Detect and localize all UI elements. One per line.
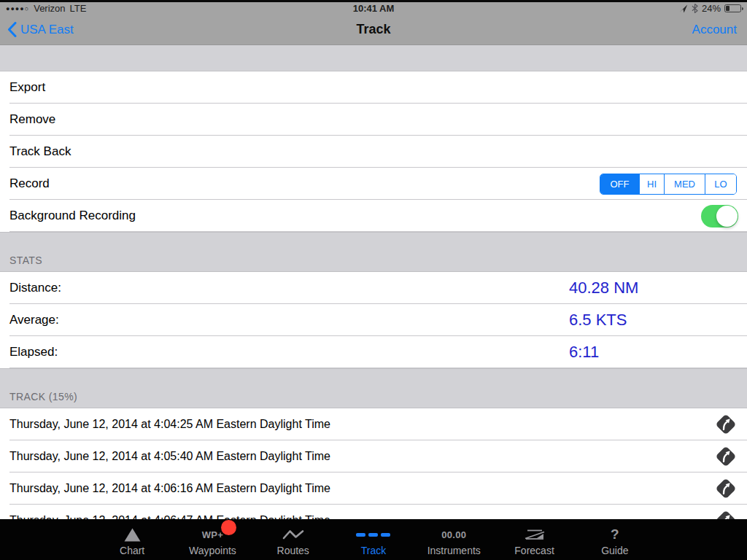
page-title: Track	[0, 22, 747, 37]
track-dashes-icon	[356, 525, 390, 544]
record-segmented-control: OFF HI MED LO	[600, 174, 737, 195]
tab-forecast-label: Forecast	[514, 545, 554, 556]
track-segment-icon[interactable]	[715, 446, 737, 467]
remove-label: Remove	[9, 112, 55, 127]
battery-icon	[724, 4, 741, 12]
tab-routes[interactable]: Routes	[253, 519, 333, 560]
tab-instruments-label: Instruments	[427, 545, 481, 556]
location-arrow-icon	[679, 4, 688, 13]
track-section-header: TRACK (15%)	[0, 368, 747, 408]
question-mark-icon: ?	[611, 525, 619, 544]
toggle-knob	[716, 206, 738, 227]
status-bar: ●●●●○ Verizon LTE 10:41 AM 24%	[0, 2, 747, 15]
status-right: 24%	[679, 3, 741, 14]
distance-label: Distance:	[9, 281, 61, 295]
bluetooth-icon	[692, 4, 698, 13]
track-back-row[interactable]: Track Back	[0, 136, 747, 168]
track-entry-label: Thursday, June 12, 2014 at 4:05:40 AM Ea…	[9, 450, 330, 463]
tab-track[interactable]: Track	[333, 519, 414, 560]
waypoint-add-icon: WP+	[202, 525, 223, 544]
track-segment-icon[interactable]	[715, 413, 737, 435]
elapsed-row: Elapsed: 6:11	[0, 336, 747, 368]
chevron-left-icon	[7, 22, 17, 37]
tab-guide[interactable]: ? Guide	[575, 519, 655, 560]
tab-chart[interactable]: Chart	[92, 519, 172, 560]
elapsed-label: Elapsed:	[9, 345, 58, 359]
navigation-bar: Track USA East Account	[0, 15, 747, 45]
clock-label: 10:41 AM	[0, 3, 747, 14]
back-button-label: USA East	[20, 23, 74, 37]
distance-row: Distance: 40.28 NM	[0, 272, 747, 304]
tab-waypoints[interactable]: WP+ Waypoints	[172, 519, 252, 560]
routes-zigzag-icon	[282, 525, 304, 544]
notification-badge	[221, 520, 236, 535]
background-recording-label: Background Recording	[9, 209, 136, 223]
record-row: Record OFF HI MED LO	[0, 168, 747, 200]
average-label: Average:	[9, 313, 59, 327]
segment-hi[interactable]: HI	[640, 174, 665, 194]
chart-triangle-icon	[124, 525, 141, 544]
tab-track-label: Track	[361, 545, 386, 556]
distance-value: 40.28 NM	[569, 279, 638, 298]
track-entry-label: Thursday, June 12, 2014 at 4:06:16 AM Ea…	[9, 482, 330, 495]
export-label: Export	[9, 80, 45, 95]
average-value: 6.5 KTS	[569, 311, 627, 330]
remove-row[interactable]: Remove	[0, 104, 747, 136]
tab-waypoints-label: Waypoints	[189, 545, 236, 556]
average-row: Average: 6.5 KTS	[0, 304, 747, 336]
track-entry-row[interactable]: Thursday, June 12, 2014 at 4:05:40 AM Ea…	[0, 440, 747, 472]
tab-bar: Chart WP+ Waypoints Routes Track 00.00 I…	[0, 519, 747, 560]
forecast-weather-icon	[523, 525, 546, 544]
export-row[interactable]: Export	[0, 71, 747, 104]
account-button[interactable]: Account	[692, 23, 740, 37]
background-recording-toggle[interactable]	[701, 205, 738, 228]
battery-percent-label: 24%	[702, 3, 721, 14]
tab-guide-label: Guide	[601, 545, 628, 556]
track-entry-row[interactable]: Thursday, June 12, 2014 at 4:06:16 AM Ea…	[0, 472, 747, 505]
stats-section-header: STATS	[0, 232, 747, 272]
record-label: Record	[9, 176, 50, 191]
tab-strip: Chart WP+ Waypoints Routes Track 00.00 I…	[92, 519, 655, 560]
track-entry-row[interactable]: Thursday, June 12, 2014 at 4:04:25 AM Ea…	[0, 408, 747, 440]
instruments-digits-icon: 00.00	[441, 525, 466, 544]
group-spacer	[0, 45, 747, 71]
elapsed-value: 6:11	[569, 343, 599, 362]
track-segment-icon[interactable]	[715, 478, 737, 499]
track-entry-label: Thursday, June 12, 2014 at 4:04:25 AM Ea…	[9, 418, 330, 431]
tab-chart-label: Chart	[120, 545, 144, 556]
tab-instruments[interactable]: 00.00 Instruments	[414, 519, 494, 560]
segment-off[interactable]: OFF	[600, 174, 640, 194]
background-recording-row: Background Recording	[0, 200, 747, 232]
tab-forecast[interactable]: Forecast	[494, 519, 574, 560]
segment-lo[interactable]: LO	[705, 174, 736, 194]
track-back-label: Track Back	[9, 144, 71, 159]
tab-routes-label: Routes	[277, 545, 309, 556]
segment-med[interactable]: MED	[665, 174, 705, 194]
back-button[interactable]: USA East	[7, 22, 74, 37]
